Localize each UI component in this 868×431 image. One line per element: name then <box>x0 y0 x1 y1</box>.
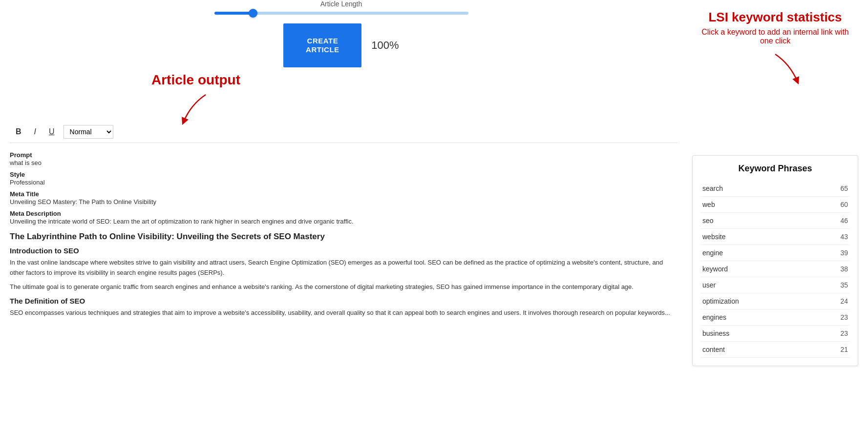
prompt-label: Prompt <box>10 151 32 159</box>
keyword-word: engines <box>702 313 726 321</box>
italic-button[interactable]: I <box>30 125 40 138</box>
definition-p1: SEO encompasses various techniques and s… <box>10 308 677 318</box>
keyword-count: 23 <box>840 313 848 321</box>
keyword-count: 60 <box>840 201 848 208</box>
article-length-label: Article Length <box>320 0 362 8</box>
article-body: The Labyrinthine Path to Online Visibili… <box>10 232 677 318</box>
keyword-word: business <box>702 329 729 337</box>
keyword-word: keyword <box>702 265 728 273</box>
keyword-list: search65web60seo46website43engine39keywo… <box>700 181 850 358</box>
progress-percent: 100% <box>371 39 399 52</box>
style-label: Style <box>10 171 25 178</box>
keyword-count: 39 <box>840 249 848 257</box>
keyword-word: web <box>702 201 715 208</box>
keyword-word: user <box>702 281 716 289</box>
intro-heading: Introduction to SEO <box>10 246 677 255</box>
article-output-annotation: Article output <box>151 72 240 88</box>
keyword-row[interactable]: engine39 <box>700 245 850 261</box>
keyword-word: engine <box>702 249 723 257</box>
keyword-word: optimization <box>702 297 739 305</box>
keyword-panel-title: Keyword Phrases <box>700 164 850 174</box>
article-length-slider[interactable] <box>214 12 468 15</box>
keyword-word: seo <box>702 217 714 225</box>
keyword-row[interactable]: optimization24 <box>700 293 850 309</box>
keyword-count: 43 <box>840 233 848 241</box>
keyword-count: 21 <box>840 346 848 353</box>
keyword-word: website <box>702 233 725 241</box>
keyword-panel: Keyword Phrases search65web60seo46websit… <box>692 155 858 366</box>
intro-p2: The ultimate goal is to generate organic… <box>10 282 677 292</box>
article-editor: B I U Normal Heading 1 Heading 2 Heading… <box>0 116 687 371</box>
intro-p1: In the vast online landscape where websi… <box>10 258 677 278</box>
keyword-row[interactable]: search65 <box>700 181 850 197</box>
meta-desc-value: Unveiling the intricate world of SEO: Le… <box>10 218 354 225</box>
meta-desc-label: Meta Description <box>10 210 61 217</box>
bold-button[interactable]: B <box>12 125 25 138</box>
article-h1: The Labyrinthine Path to Online Visibili… <box>10 232 677 242</box>
meta-title-label: Meta Title <box>10 190 39 198</box>
style-select[interactable]: Normal Heading 1 Heading 2 Heading 3 <box>64 125 113 139</box>
editor-toolbar: B I U Normal Heading 1 Heading 2 Heading… <box>10 121 677 143</box>
keyword-count: 46 <box>840 217 848 225</box>
definition-heading: The Definition of SEO <box>10 297 677 305</box>
meta-title-value: Unveiling SEO Mastery: The Path to Onlin… <box>10 198 156 205</box>
keyword-row[interactable]: keyword38 <box>700 261 850 277</box>
style-value: Professional <box>10 179 45 186</box>
keyword-word: content <box>702 346 725 353</box>
create-article-button[interactable]: CREATE ARTICLE <box>283 23 361 67</box>
keyword-word: search <box>702 185 723 192</box>
keyword-count: 23 <box>840 329 848 337</box>
keyword-count: 35 <box>840 281 848 289</box>
lsi-subtitle: Click a keyword to add an internal link … <box>697 28 853 45</box>
keyword-row[interactable]: user35 <box>700 277 850 293</box>
keyword-row[interactable]: business23 <box>700 326 850 342</box>
lsi-arrow <box>765 49 804 88</box>
keyword-row[interactable]: web60 <box>700 197 850 213</box>
keyword-row[interactable]: website43 <box>700 229 850 245</box>
keyword-count: 38 <box>840 265 848 273</box>
keyword-count: 65 <box>840 185 848 192</box>
prompt-value: what is seo <box>10 159 42 166</box>
keyword-row[interactable]: content21 <box>700 342 850 358</box>
underline-button[interactable]: U <box>45 125 59 138</box>
keyword-row[interactable]: engines23 <box>700 309 850 326</box>
keyword-count: 24 <box>840 297 848 305</box>
lsi-title: LSI keyword statistics <box>697 10 853 25</box>
keyword-row[interactable]: seo46 <box>700 213 850 229</box>
